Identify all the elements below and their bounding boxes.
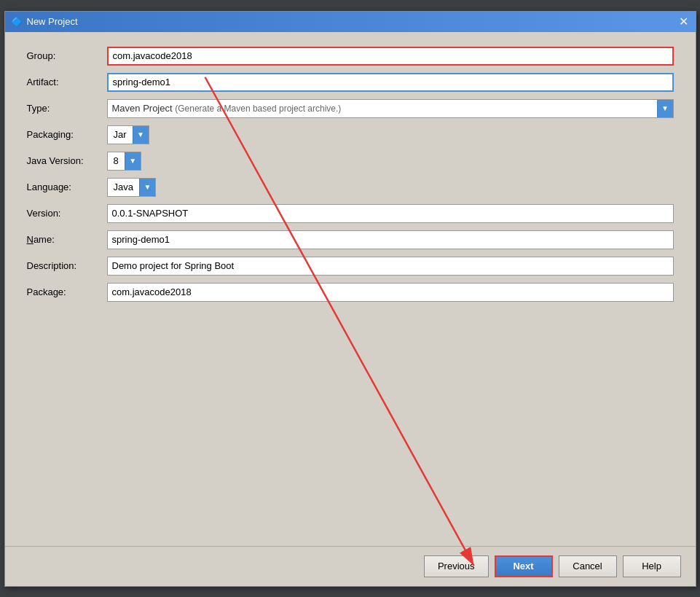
java-version-dropdown-button[interactable]: ▼: [125, 152, 141, 170]
java-version-row: Java Version: 8 ▼: [27, 152, 674, 171]
language-row: Language: Java ▼: [27, 178, 674, 197]
type-dropdown-button[interactable]: ▼: [657, 100, 673, 117]
packaging-select-wrapper: Jar ▼: [107, 125, 149, 144]
artifact-row: Artifact:: [27, 73, 674, 92]
name-input[interactable]: [107, 230, 674, 249]
packaging-row: Packaging: Jar ▼: [27, 125, 674, 144]
name-label: Name:: [27, 234, 107, 245]
dialog-footer: Previous Next Cancel Help: [5, 546, 696, 586]
packaging-value: Jar: [108, 129, 133, 140]
language-select-wrapper: Java ▼: [107, 178, 156, 197]
package-label: Package:: [27, 286, 107, 297]
description-label: Description:: [27, 260, 107, 271]
dialog-title: New Project: [27, 16, 78, 27]
type-row: Type: Maven Project (Generate a Maven ba…: [27, 99, 674, 118]
type-value: Maven Project (Generate a Maven based pr…: [108, 103, 657, 114]
artifact-input[interactable]: [107, 73, 674, 92]
cancel-button[interactable]: Cancel: [559, 555, 617, 577]
name-row: Name:: [27, 230, 674, 249]
group-label: Group:: [27, 50, 107, 61]
language-value: Java: [108, 182, 139, 192]
java-version-value: 8: [108, 155, 125, 166]
help-button[interactable]: Help: [623, 555, 681, 577]
artifact-label: Artifact:: [27, 77, 107, 87]
description-row: Description:: [27, 257, 674, 276]
version-input[interactable]: [107, 204, 674, 223]
close-button[interactable]: ✕: [677, 16, 690, 28]
java-version-label: Java Version:: [27, 155, 107, 166]
group-input[interactable]: [107, 47, 674, 66]
package-row: Package:: [27, 283, 674, 302]
type-select-wrapper: Maven Project (Generate a Maven based pr…: [107, 99, 674, 118]
version-row: Version:: [27, 204, 674, 223]
group-row: Group:: [27, 47, 674, 66]
version-label: Version:: [27, 208, 107, 219]
title-bar: 🔷 New Project ✕: [5, 12, 696, 32]
new-project-dialog: 🔷 New Project ✕ Group: Artifact: Type: M…: [4, 11, 696, 587]
packaging-dropdown-button[interactable]: ▼: [133, 126, 149, 144]
title-bar-left: 🔷 New Project: [11, 16, 78, 28]
packaging-label: Packaging:: [27, 129, 107, 140]
previous-button[interactable]: Previous: [424, 555, 489, 577]
java-version-select-wrapper: 8 ▼: [107, 152, 141, 171]
dialog-content: Group: Artifact: Type: Maven Project (Ge…: [5, 32, 696, 546]
package-input[interactable]: [107, 283, 674, 302]
language-label: Language:: [27, 182, 107, 192]
description-input[interactable]: [107, 257, 674, 276]
dialog-icon: 🔷: [11, 16, 23, 28]
language-dropdown-button[interactable]: ▼: [139, 179, 155, 196]
next-button[interactable]: Next: [495, 555, 553, 577]
type-label: Type:: [27, 103, 107, 114]
